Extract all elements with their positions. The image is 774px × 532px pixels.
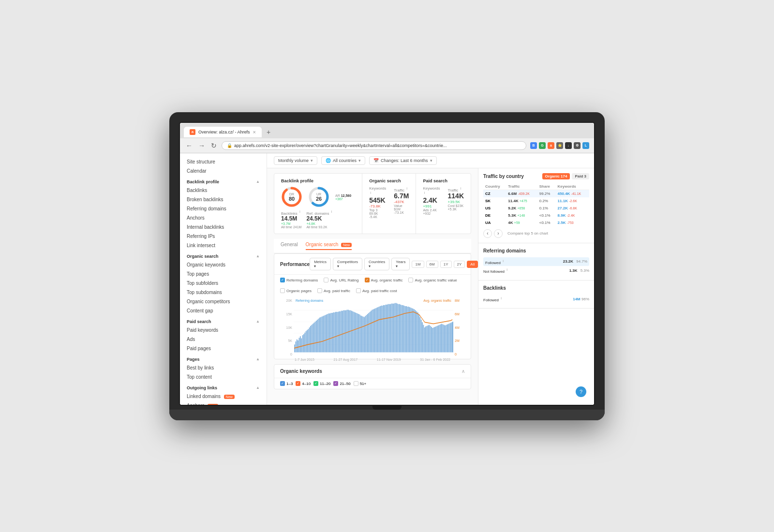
sidebar-item-paid-keywords[interactable]: Paid keywords [180, 325, 267, 335]
organic-stats-inner: Keywords i 545K -73.8K Top 3 69.6K -5.4K… [369, 186, 409, 219]
filter-avg-organic-traffic[interactable]: Avg. organic traffic [365, 278, 403, 282]
country-sk: SK [483, 197, 506, 205]
tab-general[interactable]: General [281, 242, 298, 250]
sidebar-item-broken-backlinks[interactable]: Broken backlinks [180, 195, 267, 204]
filter-avg-url-rating[interactable]: Avg. URL Rating [324, 278, 358, 282]
sidebar-item-referring-domains[interactable]: Referring domains [180, 204, 267, 213]
sidebar-item-site-structure[interactable]: Site structure [180, 157, 267, 166]
svg-rect-99 [398, 304, 399, 353]
tab-organic-search[interactable]: Organic search New [306, 242, 352, 250]
svg-rect-89 [387, 305, 387, 353]
metrics-dropdown[interactable]: Metrics ▾ [310, 258, 331, 270]
next-arrow[interactable]: › [494, 229, 503, 238]
sidebar-item-content-gap[interactable]: Content gap [180, 306, 267, 315]
filter-avg-paid-cost[interactable]: Avg. paid traffic cost [356, 288, 397, 293]
filter-organic-pages[interactable]: Organic pages [280, 288, 312, 293]
kw-filter-1-3[interactable]: 1–3 [280, 381, 293, 386]
x-axis: 1-7 Jun 2015 21-27 Aug 2017 11-17 Nov 20… [280, 357, 465, 361]
years-dropdown[interactable]: Years ▾ [391, 258, 410, 270]
ext-icon-1: B [530, 142, 537, 149]
sidebar-item-anchors[interactable]: Anchors [180, 213, 267, 222]
sidebar-item-ads[interactable]: Ads [180, 335, 267, 344]
svg-rect-146 [451, 322, 452, 352]
svg-rect-67 [361, 316, 362, 353]
sidebar-item-top-pages[interactable]: Top pages [180, 269, 267, 279]
sidebar-item-linked-domains[interactable]: Linked domains New [180, 392, 267, 401]
sidebar-item-top-subfolders[interactable]: Top subfolders [180, 279, 267, 288]
traffic-de: 5.3K +148 [506, 212, 537, 219]
compare-link[interactable]: Compare top 5 on chart [507, 231, 548, 236]
caret-down-icon-2: ▾ [358, 158, 361, 163]
filter-avg-paid-traffic[interactable]: Avg. paid traffic [317, 288, 350, 293]
time-1y[interactable]: 1Y [440, 261, 452, 268]
lock-icon: 🔒 [227, 143, 232, 148]
sidebar-item-organic-competitors[interactable]: Organic competitors [180, 297, 267, 306]
tab-close-button[interactable]: × [253, 129, 256, 135]
refresh-button[interactable]: ↻ [210, 141, 218, 150]
country-row-sk[interactable]: SK 11.4K +475 0.2% 11.1K -2 [483, 197, 589, 205]
sidebar-item-referring-ips[interactable]: Referring IPs [180, 232, 267, 241]
filter-referring-domains[interactable]: Referring domains [280, 278, 318, 282]
time-1m[interactable]: 1M [412, 261, 424, 268]
sidebar-item-top-content[interactable]: Top content [180, 372, 267, 382]
collapse-organic-icon[interactable]: ∧ [461, 369, 465, 374]
organic-tab[interactable]: Organic 174 [542, 173, 570, 179]
svg-rect-90 [387, 304, 388, 353]
back-button[interactable]: ← [185, 141, 194, 150]
main-content: Backlink profile [267, 168, 478, 405]
filter-avg-traffic-value[interactable]: Avg. organic traffic value [408, 278, 457, 282]
countries-dropdown[interactable]: Countries ▾ [364, 258, 389, 270]
monthly-volume-dropdown[interactable]: Monthly volume ▾ [274, 156, 317, 165]
kw-filter-11-20[interactable]: 11–20 [313, 381, 330, 386]
svg-rect-110 [411, 308, 412, 352]
url-bar[interactable]: 🔒 app.ahrefs.com/v2-site-explorer/overvi… [222, 141, 526, 150]
competitors-dropdown[interactable]: Competitors ▾ [333, 258, 362, 270]
paid-tab[interactable]: Paid 3 [572, 173, 589, 179]
kw-filter-21-50[interactable]: 21–50 [333, 381, 350, 386]
prev-arrow[interactable]: ‹ [483, 229, 492, 238]
changes-dropdown[interactable]: 📅 Changes: Last 6 months ▾ [369, 156, 437, 165]
sidebar-item-paid-pages[interactable]: Paid pages [180, 344, 267, 353]
svg-rect-116 [417, 312, 418, 353]
time-6m[interactable]: 6M [426, 261, 438, 268]
sidebar-item-best-by-links[interactable]: Best by links [180, 363, 267, 372]
svg-rect-113 [414, 310, 415, 353]
sidebar-item-link-intersect[interactable]: Link intersect [180, 241, 267, 250]
paid-search-stats: Paid search Keywords i 2.4K +991 Ads 2.4… [416, 174, 471, 234]
new-tab-button[interactable]: + [263, 126, 274, 138]
svg-rect-62 [356, 313, 357, 353]
time-2y[interactable]: 2Y [454, 261, 465, 268]
share-ua: <0.1% [537, 219, 556, 226]
paid-keywords-stat: Keywords i 2.4K +991 Ads 2.4K +932 [423, 186, 440, 216]
svg-rect-52 [344, 310, 345, 353]
svg-rect-59 [352, 311, 353, 353]
forward-button[interactable]: → [197, 141, 206, 150]
sidebar-item-top-subdomains[interactable]: Top subdomains [180, 288, 267, 297]
svg-rect-47 [339, 311, 340, 353]
svg-rect-11 [298, 340, 298, 353]
sidebar-item-internal-backlinks[interactable]: Internal backlinks [180, 222, 267, 232]
kw-filter-4-10[interactable]: 4–10 [296, 381, 311, 386]
sidebar-item-anchors-outgoing[interactable]: Anchors New [180, 401, 267, 405]
country-row-ua[interactable]: UA 4K +59 <0.1% 2.5K -753 [483, 219, 589, 226]
svg-rect-22 [310, 326, 311, 353]
all-countries-dropdown[interactable]: 🌐 All countries ▾ [321, 156, 365, 165]
help-button[interactable]: ? [576, 386, 586, 397]
svg-rect-145 [450, 323, 451, 353]
browser-tab-active[interactable]: a Overview: alza.cz/ - Ahrefs × [184, 127, 262, 137]
svg-rect-96 [395, 303, 396, 353]
sidebar-item-calendar[interactable]: Calendar [180, 166, 267, 176]
svg-rect-66 [360, 315, 361, 352]
svg-rect-53 [345, 310, 346, 353]
country-row-us[interactable]: US 9.2K +658 0.1% 27.2K -6. [483, 205, 589, 212]
kw-filter-51-plus[interactable]: 51+ [354, 381, 367, 386]
traffic-ua: 4K +59 [506, 219, 537, 226]
time-all[interactable]: All [467, 261, 478, 268]
country-row-de[interactable]: DE 5.3K +148 <0.1% 8.9K -2. [483, 212, 589, 219]
sidebar-item-backlinks[interactable]: Backlinks [180, 186, 267, 195]
country-row-cz[interactable]: CZ 6.6M -439.2K 99.2% 450.4K [483, 190, 589, 197]
svg-rect-28 [317, 320, 318, 353]
sidebar-item-organic-keywords[interactable]: Organic keywords [180, 260, 267, 269]
country-nav-arrows: ‹ › Compare top 5 on chart [483, 229, 589, 238]
svg-rect-102 [402, 305, 402, 353]
